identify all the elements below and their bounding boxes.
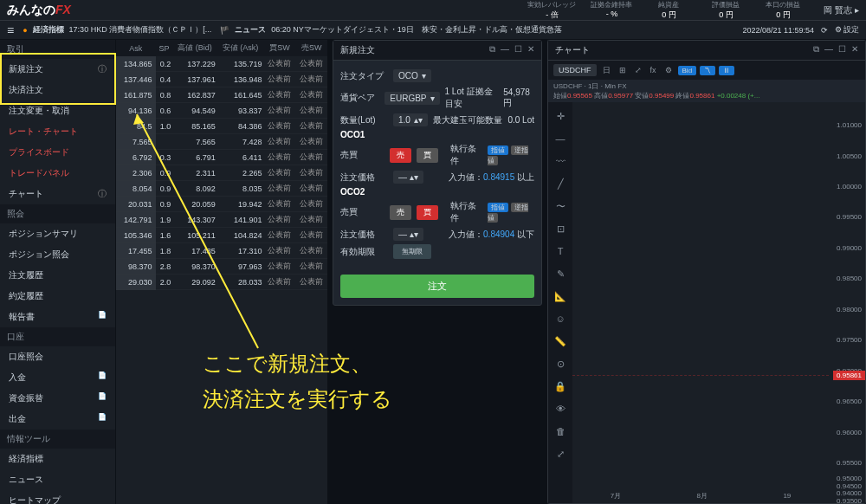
table-row[interactable]: 20.0310.920.05919.942公表前公表前 (116, 197, 327, 212)
popout-icon[interactable]: ⧉ (489, 44, 495, 56)
draw-tool[interactable]: ☺ (552, 310, 569, 327)
maxpos-value: 0.0 Lot (507, 115, 534, 125)
side-header-tools: 情報ツール (0, 430, 115, 449)
symbol-select[interactable]: USDCHF (553, 64, 597, 76)
sidebar-item[interactable]: 報告書 (0, 307, 115, 327)
col-header[interactable]: 売SW (295, 40, 327, 56)
draw-tool[interactable]: 👁 (552, 400, 569, 417)
draw-tool[interactable]: ✎ (552, 265, 569, 282)
expiry-value[interactable]: 無期限 (393, 244, 431, 259)
draw-tool[interactable]: 📏 (552, 333, 569, 350)
refresh-icon[interactable]: ⟳ (821, 26, 828, 35)
table-row[interactable]: 105.3461.6105.211104.824公表前公表前 (116, 228, 327, 243)
sidebar-item[interactable]: 口座照会 (0, 346, 115, 367)
line-chart-icon[interactable]: 〽 (700, 66, 715, 75)
eco-ticker[interactable]: ●経済指標 17:30 HKD 消費者物価指数（ＣＰＩ）[... (23, 24, 211, 36)
info-icon: ⓘ (98, 188, 107, 200)
sidebar-item[interactable]: ポジション照会 (0, 244, 115, 265)
sidebar-item[interactable]: レート・チャート (0, 121, 115, 142)
draw-tool[interactable]: ⊙ (552, 355, 569, 372)
sidebar-item[interactable]: トレードパネル (0, 163, 115, 184)
draw-tool[interactable]: ╱ (552, 175, 569, 192)
pair-select[interactable]: EURGBP▾ (385, 92, 439, 105)
sidebar-item[interactable]: プライスボード (0, 142, 115, 163)
sidebar-item[interactable]: 資金振替 (0, 388, 115, 409)
table-row[interactable]: 8.0540.98.0928.035公表前公表前 (116, 181, 327, 197)
price-input-2[interactable]: — ▴▾ (393, 228, 423, 241)
chart-opt-1[interactable]: ⊞ (617, 66, 629, 74)
sidebar-item[interactable]: 約定履歴 (0, 286, 115, 307)
submit-order-button[interactable]: 注文 (340, 275, 534, 298)
sidebar-item[interactable]: 注文履歴 (0, 265, 115, 286)
sidebar-item-chart[interactable]: チャートⓘ (0, 184, 115, 204)
chart-opt-3[interactable]: fx (648, 66, 659, 74)
sidebar-item[interactable]: 出金 (0, 409, 115, 430)
sidebar-item[interactable]: 経済指標 (0, 449, 115, 469)
maximize-icon[interactable]: ☐ (838, 44, 846, 56)
draw-tool[interactable]: ✛ (552, 107, 569, 125)
sidebar-item[interactable]: 注文変更・取消 (0, 100, 115, 121)
table-row[interactable]: 142.7911.9143.307141.901公表前公表前 (116, 212, 327, 228)
draw-tool[interactable]: ⤢ (552, 445, 569, 462)
col-header[interactable]: 安値 (Ask) (217, 40, 264, 56)
chart-opt-2[interactable]: ⤢ (632, 66, 644, 74)
maximize-icon[interactable]: ☐ (514, 44, 522, 56)
popout-icon[interactable]: ⧉ (813, 44, 819, 56)
news-ticker[interactable]: 🏴ニュース 06:20 NYマーケットダイジェスト・19日 株安・金利上昇・ドル… (220, 24, 562, 36)
table-row[interactable]: 98.3702.898.37097.963公表前公表前 (116, 259, 327, 275)
draw-tool[interactable]: 🗑 (552, 423, 569, 440)
hamburger-icon[interactable]: ≡ (7, 23, 14, 37)
col-header[interactable]: 買SW (264, 40, 296, 56)
chart-canvas[interactable]: 1.010001.005001.000000.995000.990000.985… (572, 102, 865, 503)
sell-button-1[interactable]: 売 (390, 148, 411, 163)
user-menu[interactable]: 岡 賢志 ▸ (817, 4, 859, 16)
settings-button[interactable]: 設定 (835, 24, 859, 36)
table-row[interactable]: 161.8750.8162.837161.645公表前公表前 (116, 87, 327, 103)
draw-tool[interactable]: T (552, 242, 569, 260)
rate-table: AskSP高値 (Bid)安値 (Ask)買SW売SW134.8650.2137… (116, 40, 327, 290)
table-row[interactable]: 137.4460.4137.961136.948公表前公表前 (116, 72, 327, 87)
draw-tool[interactable]: — (552, 130, 569, 147)
close-icon[interactable]: ✕ (851, 44, 858, 56)
buy-button-1[interactable]: 買 (417, 148, 438, 163)
table-row[interactable]: 29.0302.029.09228.033公表前公表前 (116, 275, 327, 290)
bid-button[interactable]: Bid (678, 66, 697, 75)
col-header[interactable]: Ask (116, 40, 156, 56)
col-header[interactable]: SP (156, 40, 173, 56)
sidebar-item[interactable]: 新規注文ⓘ (0, 59, 115, 80)
draw-tool[interactable]: 〜 (552, 197, 569, 215)
close-icon[interactable]: ✕ (527, 44, 534, 56)
input-label-2: 入力値： (449, 229, 483, 239)
limit-chip-1[interactable]: 指値 (488, 145, 508, 155)
sidebar-item[interactable]: 入金 (0, 367, 115, 388)
minimize-icon[interactable]: — (824, 44, 833, 56)
table-row[interactable]: 134.8650.2137.229135.719公表前公表前 (116, 56, 327, 72)
sell-button-2[interactable]: 売 (390, 205, 411, 220)
table-row[interactable]: 17.4551.817.48517.310公表前公表前 (116, 243, 327, 259)
buy-button-2[interactable]: 買 (417, 205, 438, 220)
draw-tool[interactable]: 🔒 (552, 378, 569, 395)
sidebar-item[interactable]: 決済注文 (0, 80, 115, 100)
table-row[interactable]: 7.5657.5657.428公表前公表前 (116, 134, 327, 150)
tf-select[interactable]: 日 (600, 65, 613, 76)
table-row[interactable]: 6.7920.36.7916.411公表前公表前 (116, 150, 327, 165)
price-input-1[interactable]: — ▴▾ (393, 171, 423, 184)
limit-chip-2[interactable]: 指値 (488, 203, 508, 212)
sidebar-item[interactable]: ポジションサマリ (0, 223, 115, 244)
minimize-icon[interactable]: — (501, 44, 509, 56)
draw-tool[interactable]: 📐 (552, 288, 569, 305)
draw-tool[interactable]: 〰 (552, 152, 569, 170)
table-row[interactable]: 94.1360.694.54993.837公表前公表前 (116, 103, 327, 119)
table-row[interactable]: 84.51.085.16584.386公表前公表前 (116, 119, 327, 134)
qty-input[interactable]: 1.0▴▾ (393, 113, 428, 126)
candle-chart-icon[interactable]: ⫼ (719, 66, 734, 75)
x-axis: 7月8月19 (572, 488, 829, 503)
order-type-select[interactable]: OCO▾ (393, 69, 431, 82)
clock: 2022/08/21 11:59:54 (742, 26, 814, 35)
table-row[interactable]: 2.3060.92.3112.265公表前公表前 (116, 165, 327, 181)
sidebar-item[interactable]: ヒートマップ (0, 490, 115, 504)
col-header[interactable]: 高値 (Bid) (172, 40, 217, 56)
sidebar-item[interactable]: ニュース (0, 469, 115, 490)
draw-tool[interactable]: ⊡ (552, 220, 569, 237)
chart-opt-4[interactable]: ⚙ (662, 66, 675, 74)
